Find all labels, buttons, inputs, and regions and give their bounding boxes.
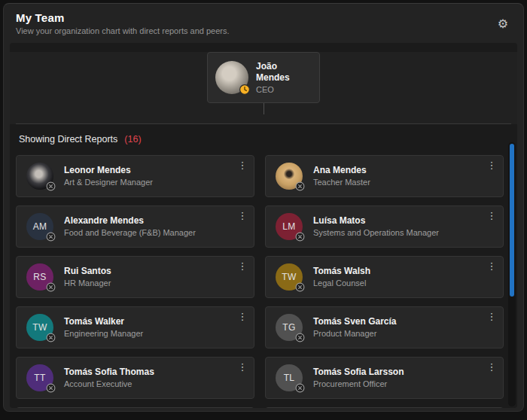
report-title: Systems and Operations Manager	[313, 228, 439, 238]
presence-offline-icon	[295, 181, 305, 191]
manager-name: João Mendes	[256, 61, 312, 84]
report-name: Tomás Sofia Thomas	[64, 367, 154, 378]
report-avatar-wrap	[26, 163, 53, 190]
report-avatar-wrap: TG	[276, 314, 303, 341]
report-card[interactable]: Ana Mendes Teacher Master ⋮	[265, 155, 504, 197]
more-options-button[interactable]: ⋮	[236, 209, 249, 223]
more-options-button[interactable]: ⋮	[485, 159, 498, 172]
manager-card[interactable]: João Mendes CEO	[207, 52, 320, 103]
report-card[interactable]: TT Tomás Sofia Thomas Account Executive …	[16, 357, 254, 399]
more-options-icon: ⋮	[238, 210, 248, 221]
scrollbar-track[interactable]	[508, 142, 516, 406]
report-title: Product Manager	[313, 329, 397, 339]
report-title: Food and Beverage (F&B) Manager	[64, 228, 196, 238]
report-avatar-wrap: AM	[26, 213, 53, 240]
report-name: Tomás Sofia Larsson	[313, 367, 404, 378]
more-options-icon: ⋮	[487, 160, 497, 171]
report-avatar-wrap	[276, 163, 303, 190]
more-options-button[interactable]: ⋮	[485, 209, 498, 223]
more-options-icon: ⋮	[487, 260, 497, 272]
org-chart-top-section: João Mendes CEO	[10, 52, 517, 124]
presence-offline-icon	[46, 181, 56, 191]
more-options-button[interactable]: ⋮	[485, 361, 498, 374]
report-title: HR Manager	[64, 278, 111, 288]
more-options-icon: ⋮	[487, 210, 497, 221]
report-avatar-wrap: LM	[276, 213, 303, 240]
report-name: Luísa Matos	[313, 215, 439, 227]
more-options-icon: ⋮	[238, 160, 248, 171]
presence-offline-icon	[46, 383, 56, 393]
more-options-button[interactable]: ⋮	[485, 310, 498, 324]
org-chart-panel: João Mendes CEO Showing Direct Reports (…	[10, 43, 517, 408]
org-connector-line	[264, 103, 264, 114]
more-options-button[interactable]: ⋮	[236, 310, 249, 324]
presence-offline-icon	[295, 282, 305, 292]
report-name: Tomás Walker	[64, 316, 143, 327]
direct-reports-count: (16)	[124, 134, 141, 145]
page-title: My Team	[16, 11, 511, 24]
page-subtitle: View your organization chart with direct…	[16, 26, 511, 35]
more-options-button[interactable]: ⋮	[485, 260, 498, 273]
report-card[interactable]: Leonor Mendes Art & Designer Manager ⋮	[16, 155, 254, 197]
report-card[interactable]: LM Luísa Matos Systems and Operations Ma…	[265, 205, 504, 248]
more-options-icon: ⋮	[487, 311, 497, 322]
presence-offline-icon	[46, 282, 56, 292]
presence-offline-icon	[295, 333, 305, 342]
report-title: Teacher Master	[313, 178, 370, 187]
presence-away-icon	[239, 84, 250, 95]
report-card[interactable]: TW Tomás Walsh Legal Counsel ⋮	[265, 256, 504, 298]
report-card[interactable]: ⋮	[265, 407, 504, 408]
manager-avatar-wrap	[215, 61, 248, 94]
report-title: Engineering Manager	[64, 329, 143, 339]
report-avatar-wrap: RS	[26, 263, 53, 291]
report-name: Rui Santos	[64, 266, 111, 277]
report-name: Tomás Walsh	[313, 266, 370, 277]
settings-button[interactable]: ⚙	[493, 14, 513, 34]
report-card[interactable]: RS Rui Santos HR Manager ⋮	[16, 256, 254, 298]
report-name: Ana Mendes	[313, 165, 370, 176]
report-name: Tomás Sven García	[313, 316, 397, 327]
report-title: Art & Designer Manager	[64, 178, 153, 187]
report-title: Legal Counsel	[313, 278, 370, 288]
report-card[interactable]: TL Tomás Sofia Larsson Procurement Offic…	[265, 357, 504, 399]
more-options-button[interactable]: ⋮	[236, 260, 249, 273]
report-name: Alexandre Mendes	[64, 215, 196, 227]
report-title: Account Executive	[64, 379, 154, 389]
report-avatar-wrap: TT	[26, 364, 53, 391]
presence-offline-icon	[295, 383, 305, 393]
report-card[interactable]: TG Tomás Sven García Product Manager ⋮	[265, 306, 504, 348]
presence-offline-icon	[295, 232, 305, 242]
report-title: Procurement Officer	[313, 379, 404, 389]
more-options-icon: ⋮	[238, 361, 248, 373]
report-card[interactable]: TW Tomás Walker Engineering Manager ⋮	[16, 306, 254, 348]
more-options-icon: ⋮	[238, 260, 248, 272]
report-avatar-wrap: TW	[276, 263, 303, 291]
more-options-button[interactable]: ⋮	[236, 159, 249, 172]
presence-offline-icon	[46, 333, 56, 342]
report-name: Leonor Mendes	[64, 165, 153, 176]
presence-offline-icon	[46, 232, 56, 242]
direct-reports-header: Showing Direct Reports (16)	[10, 124, 517, 145]
report-card[interactable]: ⋮	[16, 407, 254, 408]
direct-reports-label: Showing Direct Reports	[19, 134, 117, 145]
reports-grid: Leonor Mendes Art & Designer Manager ⋮ A…	[16, 155, 504, 408]
scrollbar-thumb[interactable]	[510, 144, 514, 297]
gear-icon: ⚙	[498, 17, 508, 31]
report-avatar-wrap: TW	[26, 314, 53, 341]
report-card[interactable]: AM Alexandre Mendes Food and Beverage (F…	[16, 205, 254, 248]
report-avatar-wrap: TL	[276, 364, 303, 391]
direct-reports-section: Showing Direct Reports (16) Leonor Mende…	[10, 124, 517, 408]
manager-title: CEO	[256, 85, 312, 95]
more-options-icon: ⋮	[487, 361, 497, 373]
my-team-window: My Team View your organization chart wit…	[3, 3, 524, 412]
more-options-icon: ⋮	[238, 311, 248, 322]
app-header: My Team View your organization chart wit…	[4, 4, 523, 35]
more-options-button[interactable]: ⋮	[236, 361, 249, 374]
